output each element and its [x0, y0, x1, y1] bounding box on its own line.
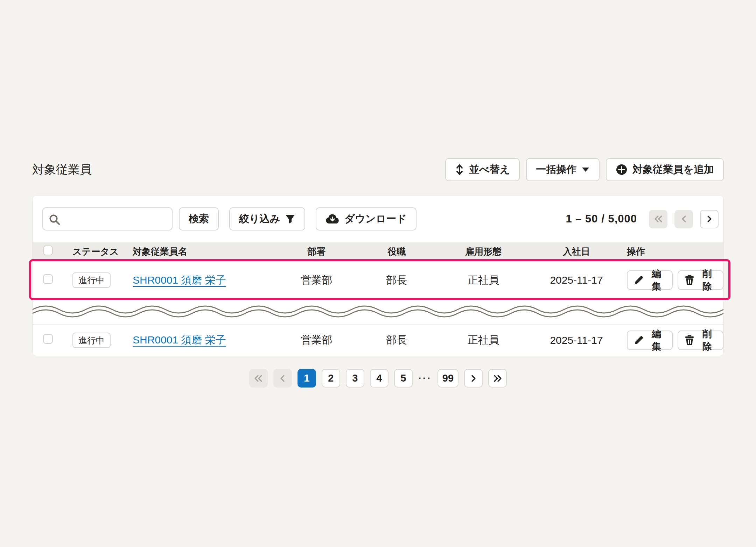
page-button-3[interactable]: 3: [346, 369, 364, 388]
status-badge: 進行中: [72, 272, 111, 288]
table-row-1: 進行中 SHR0001 須磨 栄子 営業部 部長 正社員 2025-11-17 …: [33, 261, 723, 300]
first-page-button[interactable]: [649, 210, 667, 228]
employment-type-cell: 正社員: [438, 333, 529, 347]
hire-date-cell: 2025-11-17: [529, 334, 624, 346]
delete-button-label: 削除: [698, 328, 716, 353]
search-box: [42, 207, 173, 230]
row-checkbox[interactable]: [43, 334, 53, 344]
edit-button[interactable]: 編集: [627, 270, 673, 290]
column-header-operations: 操作: [624, 246, 723, 258]
next-page-button[interactable]: [700, 210, 719, 228]
delete-button[interactable]: 削除: [678, 270, 723, 290]
column-header-position: 役職: [356, 246, 438, 258]
trash-icon: [685, 275, 694, 285]
column-header-hire-date: 入社日: [529, 246, 624, 258]
department-cell: 営業部: [278, 333, 356, 347]
sort-button[interactable]: 並べ替え: [445, 158, 520, 181]
position-cell: 部長: [356, 333, 438, 347]
column-header-name: 対象従業員名: [124, 246, 278, 258]
download-button[interactable]: ダウンロード: [316, 207, 416, 230]
add-employee-button[interactable]: 対象従業員を追加: [606, 158, 724, 181]
plus-circle-icon: [616, 164, 628, 176]
bulk-action-button[interactable]: 一括操作: [526, 158, 600, 181]
title-row: 対象従業員 並べ替え 一括操作 対象従業員を追加: [32, 158, 724, 181]
edit-button[interactable]: 編集: [627, 331, 673, 350]
employee-name-link[interactable]: SHR0001 須磨 栄子: [133, 334, 226, 346]
page-button-99[interactable]: 99: [438, 369, 458, 388]
employee-list-card: 検索 絞り込み ダウンロード 1 – 50 / 5,000: [32, 195, 724, 356]
download-button-label: ダウンロード: [344, 212, 406, 226]
page-title: 対象従業員: [32, 162, 92, 178]
next-page-button[interactable]: [464, 369, 483, 388]
filter-button-label: 絞り込み: [239, 212, 280, 226]
pagination-ellipsis: ···: [418, 372, 432, 384]
search-button[interactable]: 検索: [179, 207, 219, 230]
prev-page-button[interactable]: [273, 369, 292, 388]
row-checkbox[interactable]: [43, 274, 53, 284]
page-button-1[interactable]: 1: [298, 369, 316, 388]
column-header-employment: 雇用形態: [438, 246, 529, 258]
employment-type-cell: 正社員: [438, 273, 529, 287]
trash-icon: [685, 335, 694, 346]
bottom-pagination: 1 2 3 4 5 ··· 99: [0, 369, 756, 388]
caret-down-icon: [581, 167, 590, 172]
edit-button-label: 編集: [647, 268, 666, 293]
header-actions: 並べ替え 一括操作 対象従業員を追加: [445, 158, 724, 181]
column-header-status: ステータス: [63, 246, 124, 258]
filter-button[interactable]: 絞り込み: [229, 207, 305, 230]
position-cell: 部長: [356, 273, 438, 287]
edit-button-label: 編集: [647, 328, 666, 353]
pencil-icon: [634, 335, 644, 345]
pencil-icon: [634, 275, 644, 285]
result-range-text: 1 – 50 / 5,000: [566, 213, 637, 225]
search-button-label: 検索: [189, 212, 209, 226]
table-row-2: 進行中 SHR0001 須磨 栄子 営業部 部長 正社員 2025-11-17 …: [33, 324, 723, 356]
delete-button[interactable]: 削除: [678, 331, 723, 350]
table-header-row: ステータス 対象従業員名 部署 役職 雇用形態 入社日 操作: [33, 242, 723, 261]
delete-button-label: 削除: [698, 268, 716, 293]
sort-updown-icon: [455, 163, 464, 176]
status-badge: 進行中: [72, 333, 111, 348]
hire-date-cell: 2025-11-17: [529, 274, 624, 286]
first-page-button[interactable]: [249, 369, 268, 388]
truncation-wave-separator: [33, 300, 723, 324]
search-input[interactable]: [63, 208, 168, 230]
list-toolbar: 検索 絞り込み ダウンロード 1 – 50 / 5,000: [33, 196, 723, 242]
sort-button-label: 並べ替え: [469, 163, 510, 177]
funnel-icon: [285, 214, 295, 224]
page-button-4[interactable]: 4: [370, 369, 388, 388]
department-cell: 営業部: [278, 273, 356, 287]
employee-name-link[interactable]: SHR0001 須磨 栄子: [133, 274, 226, 286]
page-button-5[interactable]: 5: [394, 369, 413, 388]
page-button-2[interactable]: 2: [322, 369, 340, 388]
column-header-department: 部署: [278, 246, 356, 258]
bulk-action-label: 一括操作: [536, 163, 576, 177]
cloud-download-icon: [326, 214, 340, 224]
add-employee-label: 対象従業員を追加: [632, 163, 714, 177]
prev-page-button[interactable]: [674, 210, 693, 228]
select-all-checkbox[interactable]: [43, 246, 53, 255]
last-page-button[interactable]: [488, 369, 507, 388]
